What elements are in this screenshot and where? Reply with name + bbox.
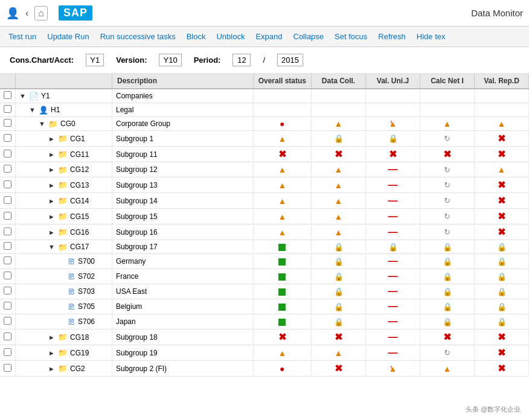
unblock-button[interactable]: Unblock [211, 30, 249, 43]
expander-3[interactable]: ► [48, 135, 56, 142]
expand-button[interactable]: Expand [251, 30, 287, 43]
user-icon[interactable]: 👤 [6, 7, 19, 20]
expander-9[interactable]: ► [48, 229, 56, 236]
expander-4[interactable]: ► [48, 151, 56, 158]
update-run-button[interactable]: Update Run [42, 30, 94, 43]
row-os-11 [253, 254, 311, 269]
hide-tex-button[interactable]: Hide tex [412, 30, 450, 43]
row-os-5: ▲ [253, 162, 311, 177]
row-vuj-11: — [366, 254, 420, 269]
row-checkbox-5[interactable] [0, 162, 16, 177]
row-checkbox-9[interactable] [0, 224, 16, 240]
row-dc-15: 🔒 [312, 314, 366, 329]
expander-10[interactable]: ▼ [48, 243, 56, 250]
row-cni-2: ▲ [420, 117, 475, 131]
run-successive-button[interactable]: Run successive tasks [95, 30, 181, 43]
expander-2[interactable]: ▼ [39, 120, 46, 127]
row-tree-9: ► 📁 CG16 [16, 224, 112, 240]
node-id-17: CG19 [70, 349, 89, 357]
node-icon-1: 👤 [39, 106, 48, 115]
block-button[interactable]: Block [182, 30, 211, 43]
row-vrd-17: ✖ [475, 345, 529, 361]
node-icon-4: 📁 [58, 150, 68, 159]
table-row: ► 📁 CG13 Subgroup 13 ▲ ▲ — ↻ ✖ [0, 177, 529, 193]
set-focus-button[interactable]: Set focus [330, 30, 372, 43]
row-vuj-12: — [366, 269, 420, 284]
row-os-7: ▲ [253, 193, 311, 209]
node-icon-2: 📁 [48, 119, 58, 129]
node-icon-7: 📁 [58, 196, 68, 205]
table-row: ▼ 📄 Y1 Companies [0, 89, 529, 103]
row-dc-11: 🔒 [312, 254, 366, 269]
row-checkbox-14[interactable] [0, 299, 16, 314]
version-value[interactable]: Y10 [159, 54, 181, 66]
row-checkbox-12[interactable] [0, 269, 16, 284]
row-checkbox-8[interactable] [0, 209, 16, 224]
row-dc-2: ▲ [312, 117, 366, 131]
row-checkbox-11[interactable] [0, 254, 16, 269]
collapse-button[interactable]: Collapse [289, 30, 329, 43]
row-desc-8: Subgroup 15 [112, 209, 254, 224]
row-checkbox-15[interactable] [0, 314, 16, 329]
expander-16[interactable]: ► [48, 334, 56, 341]
test-run-button[interactable]: Test run [4, 30, 41, 43]
row-checkbox-3[interactable] [0, 131, 16, 147]
period-separator: / [263, 56, 265, 65]
row-checkbox-2[interactable] [0, 117, 16, 131]
row-os-12 [253, 269, 311, 284]
row-vuj-7: — [366, 193, 420, 209]
row-dc-10: 🔒 [312, 240, 366, 254]
row-cni-14: 🔒 [420, 299, 475, 314]
expander-6[interactable]: ► [48, 182, 56, 189]
row-dc-8: ▲ [312, 209, 366, 224]
node-id-12: S702 [78, 272, 95, 281]
row-checkbox-7[interactable] [0, 193, 16, 209]
row-vrd-3: ✖ [475, 131, 529, 147]
row-cni-5: ↻ [420, 162, 475, 177]
period-label: Period: [194, 56, 221, 65]
row-desc-12: France [112, 269, 254, 284]
period-value2[interactable]: 2015 [277, 54, 303, 66]
period-value1[interactable]: 12 [232, 54, 251, 66]
row-desc-1: Legal [112, 103, 254, 117]
node-icon-6: 📁 [58, 180, 68, 189]
back-icon[interactable]: ‹ [25, 8, 28, 19]
node-id-2: CG0 [60, 119, 75, 128]
expander-8[interactable]: ► [48, 213, 56, 220]
row-checkbox-18[interactable] [0, 361, 16, 377]
row-vrd-9: ✖ [475, 224, 529, 240]
window-title: Data Monitor [471, 8, 523, 18]
expander-5[interactable]: ► [48, 166, 56, 173]
expander-0[interactable]: ▼ [19, 92, 27, 100]
col-val-uni-j: Val. Uni.J [366, 74, 420, 89]
expander-17[interactable]: ► [48, 349, 56, 357]
refresh-button[interactable]: Refresh [373, 30, 411, 43]
row-checkbox-1[interactable] [0, 103, 16, 117]
row-checkbox-13[interactable] [0, 284, 16, 299]
row-tree-12: 🖹 S702 [16, 269, 112, 284]
node-id-5: CG12 [70, 165, 89, 174]
row-checkbox-16[interactable] [0, 329, 16, 345]
table-row: ► 📁 CG16 Subgroup 16 ▲ ▲ — ↻ ✖ [0, 224, 529, 240]
row-checkbox-0[interactable] [0, 89, 16, 103]
node-id-6: CG13 [70, 181, 89, 189]
table-row: ► 📁 CG14 Subgroup 14 ▲ ▲ — ↻ ✖ [0, 193, 529, 209]
row-dc-1 [312, 103, 366, 117]
expander-18[interactable]: ► [48, 365, 56, 372]
row-cni-4: ✖ [420, 147, 475, 162]
row-checkbox-10[interactable] [0, 240, 16, 254]
col-description: Description [112, 74, 254, 89]
home-icon[interactable]: ⌂ [34, 6, 48, 21]
row-checkbox-6[interactable] [0, 177, 16, 193]
table-row: 🖹 S700 Germany 🔒 — 🔒 🔒 [0, 254, 529, 269]
expander-7[interactable]: ► [48, 197, 56, 205]
row-desc-14: Belgium [112, 299, 254, 314]
row-os-18: ● [253, 361, 311, 377]
cons-chart-value[interactable]: Y1 [86, 54, 104, 66]
row-dc-6: ▲ [312, 177, 366, 193]
row-checkbox-4[interactable] [0, 147, 16, 162]
row-os-16: ✖ [253, 329, 311, 345]
expander-1[interactable]: ▼ [29, 106, 36, 113]
row-checkbox-17[interactable] [0, 345, 16, 361]
node-id-11: S700 [78, 257, 95, 266]
